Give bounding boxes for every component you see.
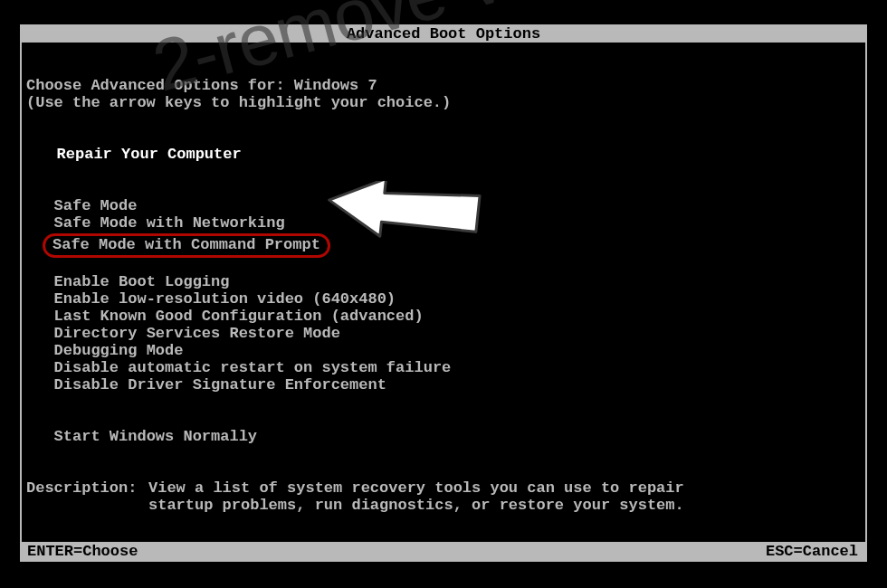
header-line-2: (Use the arrow keys to highlight your ch… — [26, 94, 865, 111]
menu-item-last-known-good[interactable]: Last Known Good Configuration (advanced) — [26, 308, 865, 325]
menu-item-disable-auto-restart[interactable]: Disable automatic restart on system fail… — [26, 359, 865, 376]
footer-esc-hint: ESC=Cancel — [766, 543, 858, 560]
title-bar: Advanced Boot Options — [22, 26, 865, 43]
footer-enter-hint: ENTER=Choose — [27, 543, 138, 560]
footer-bar: ENTER=Choose ESC=Cancel — [22, 542, 865, 560]
window-title: Advanced Boot Options — [347, 25, 540, 43]
boot-options-window: Advanced Boot Options Choose Advanced Op… — [20, 24, 867, 562]
menu-item-boot-logging[interactable]: Enable Boot Logging — [26, 273, 865, 290]
content-area: Choose Advanced Options for: Windows 7 (… — [22, 43, 865, 514]
description-row-1: Description: View a list of system recov… — [26, 479, 865, 497]
menu-item-low-res-video[interactable]: Enable low-resolution video (640x480) — [26, 290, 865, 308]
svg-marker-0 — [326, 181, 481, 244]
menu-item-dsrm[interactable]: Directory Services Restore Mode — [26, 325, 865, 342]
header-line-1: Choose Advanced Options for: Windows 7 — [26, 77, 865, 94]
selection-highlight-ring: Safe Mode with Command Prompt — [43, 233, 330, 258]
menu-item-disable-driver-sig[interactable]: Disable Driver Signature Enforcement — [26, 376, 865, 394]
menu-item-repair[interactable]: Repair Your Computer — [26, 146, 865, 163]
menu-item-start-normally[interactable]: Start Windows Normally — [26, 428, 865, 445]
description-label: Description: — [26, 479, 148, 497]
description-text-2: startup problems, run diagnostics, or re… — [148, 497, 865, 514]
menu-item-debugging[interactable]: Debugging Mode — [26, 342, 865, 359]
description-row-2: startup problems, run diagnostics, or re… — [26, 497, 865, 514]
arrow-pointer-icon — [324, 181, 487, 244]
description-text-1: View a list of system recovery tools you… — [148, 479, 865, 497]
